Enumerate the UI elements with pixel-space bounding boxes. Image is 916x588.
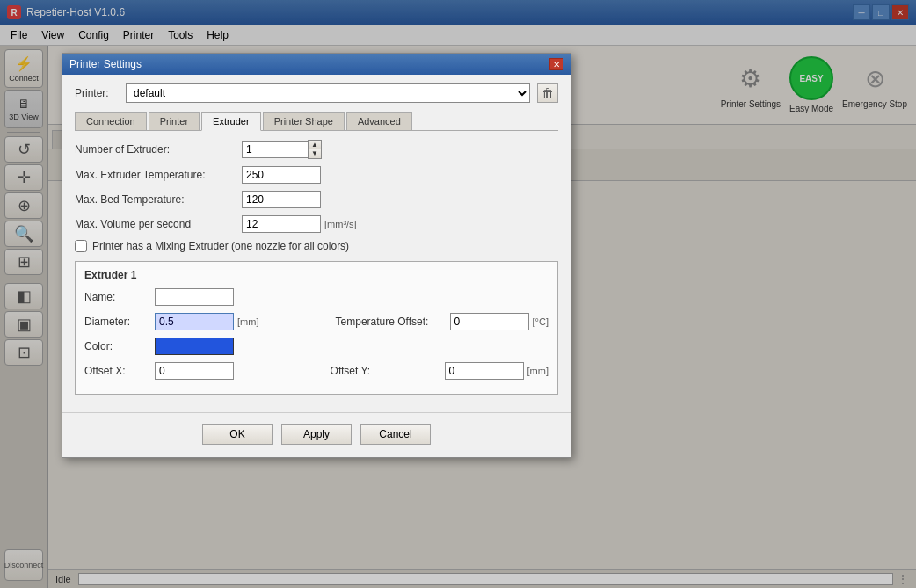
dialog-apply-button[interactable]: Apply <box>281 424 352 445</box>
extruder-diameter-unit: [mm] <box>237 316 262 327</box>
extruder-offset-x-label: Offset X: <box>84 365 155 377</box>
dialog-body: Printer: default 🗑 Connection Printer Ex… <box>62 75 571 412</box>
extruder-offset-row: Offset X: Offset Y: [mm] <box>84 362 549 380</box>
max-volume-unit: [mm³/s] <box>324 219 357 229</box>
extruder-color-row: Color: <box>84 338 549 355</box>
extruder-name-row: Name: <box>84 288 549 306</box>
dialog-cancel-button[interactable]: Cancel <box>360 424 431 445</box>
extruder-temp-offset-label: Temperature Offset: <box>336 316 450 328</box>
num-extruders-up-btn[interactable]: ▲ <box>309 141 321 149</box>
dialog-tab-advanced[interactable]: Advanced <box>346 112 412 130</box>
extruder-diameter-label: Diameter: <box>84 316 155 328</box>
extruder-offset-y-input[interactable] <box>445 362 524 380</box>
mixing-extruder-label: Printer has a Mixing Extruder (one nozzl… <box>92 240 349 252</box>
num-extruders-down-btn[interactable]: ▼ <box>309 149 321 158</box>
extruder-temp-offset-input[interactable] <box>450 313 529 330</box>
extruder-tab-content: Number of Extruder: 1 ▲ ▼ Max. Extruder … <box>75 140 558 395</box>
extruder-1-title: Extruder 1 <box>84 269 549 281</box>
num-extruders-input[interactable]: 1 <box>242 141 308 158</box>
printer-label: Printer: <box>75 87 119 99</box>
printer-selector-row: Printer: default 🗑 <box>75 83 558 103</box>
mixing-extruder-checkbox[interactable] <box>75 240 87 252</box>
num-extruders-label: Number of Extruder: <box>75 143 242 156</box>
max-bed-temp-row: Max. Bed Temperature: <box>75 191 558 208</box>
max-extruder-temp-row: Max. Extruder Temperature: <box>75 166 558 184</box>
dialog-footer: OK Apply Cancel <box>62 412 571 457</box>
dialog-titlebar: Printer Settings ✕ <box>62 54 571 75</box>
extruder-temp-offset-unit: [°C] <box>533 316 549 327</box>
dialog-tab-extruder[interactable]: Extruder <box>201 112 261 131</box>
dialog-close-button[interactable]: ✕ <box>549 58 563 70</box>
mixing-extruder-row: Printer has a Mixing Extruder (one nozzl… <box>75 240 558 252</box>
extruder-offset-unit: [mm] <box>527 366 549 376</box>
dialog-tab-bar: Connection Printer Extruder Printer Shap… <box>75 112 558 131</box>
extruder-offset-x-input[interactable] <box>155 362 234 380</box>
extruder-diameter-input[interactable] <box>155 313 234 330</box>
dialog-tab-connection[interactable]: Connection <box>75 112 147 130</box>
num-extruders-row: Number of Extruder: 1 ▲ ▼ <box>75 140 558 159</box>
dialog-ok-button[interactable]: OK <box>202 424 273 445</box>
num-extruders-spinner: 1 ▲ ▼ <box>242 140 322 159</box>
dialog-overlay: Printer Settings ✕ Printer: default 🗑 Co… <box>0 0 916 588</box>
extruder-1-section: Extruder 1 Name: Diameter: [mm] Temperat… <box>75 261 558 395</box>
extruder-name-label: Name: <box>84 291 155 303</box>
max-volume-row: Max. Volume per second [mm³/s] <box>75 215 558 233</box>
extruder-offset-y-label: Offset Y: <box>331 365 445 377</box>
extruder-color-label: Color: <box>84 340 155 352</box>
dialog-tab-printer-shape[interactable]: Printer Shape <box>263 112 345 130</box>
max-bed-temp-input[interactable] <box>242 191 321 208</box>
printer-select[interactable]: default <box>126 83 530 103</box>
max-volume-label: Max. Volume per second <box>75 218 242 230</box>
max-bed-temp-label: Max. Bed Temperature: <box>75 193 242 206</box>
extruder-diameter-row: Diameter: [mm] Temperature Offset: [°C] <box>84 313 549 330</box>
printer-settings-dialog: Printer Settings ✕ Printer: default 🗑 Co… <box>62 53 571 458</box>
dialog-title: Printer Settings <box>69 58 549 70</box>
max-extruder-temp-input[interactable] <box>242 166 321 184</box>
max-extruder-temp-label: Max. Extruder Temperature: <box>75 169 242 181</box>
extruder-name-input[interactable] <box>155 288 234 306</box>
num-extruders-spinner-btns: ▲ ▼ <box>308 140 322 159</box>
max-volume-input[interactable] <box>242 215 321 233</box>
extruder-color-swatch[interactable] <box>155 338 234 355</box>
dialog-tab-printer[interactable]: Printer <box>149 112 200 130</box>
printer-delete-button[interactable]: 🗑 <box>537 83 558 103</box>
